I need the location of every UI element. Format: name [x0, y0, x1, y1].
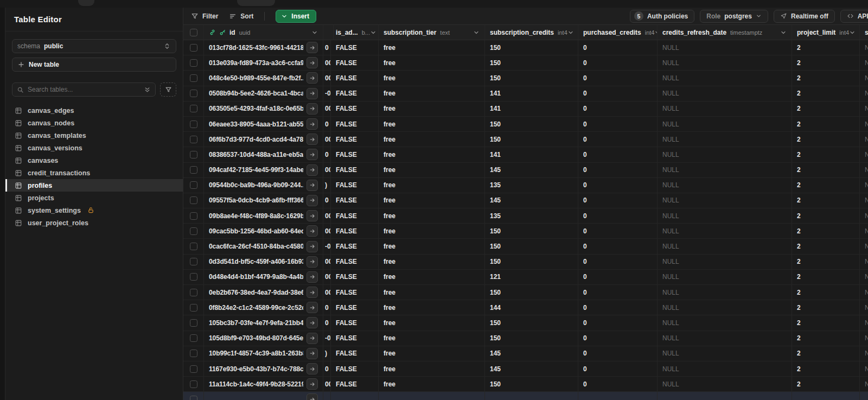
cell-limit[interactable]: 2 — [792, 377, 860, 391]
cell-purchased[interactable]: 0 — [578, 361, 658, 376]
cell-id[interactable]: 0508b94b-5ee2-4626-bca1-4bca... — [204, 86, 323, 101]
expand-row-button[interactable] — [307, 271, 318, 283]
cell-id[interactable]: 013cf78d-1625-43fc-9961-442189... — [204, 40, 323, 55]
sidebar-item-user_project_roles[interactable]: user_project_roles — [5, 217, 183, 229]
cell-sub_credits[interactable]: 145 — [485, 361, 578, 376]
cell-is_admin[interactable]: FALSE — [331, 55, 379, 70]
cell-is_admin[interactable]: FALSE — [331, 86, 379, 101]
cell-frag[interactable]: 00 — [323, 55, 331, 70]
cell-last[interactable]: NULL — [860, 193, 868, 208]
row-checkbox[interactable] — [190, 196, 197, 204]
cell-is_admin[interactable]: FALSE — [331, 315, 379, 330]
cell-purchased[interactable]: 0 — [578, 163, 658, 177]
cell-sub_credits[interactable]: 145 — [485, 163, 578, 177]
cell-tier[interactable]: free — [379, 71, 485, 85]
row-checkbox[interactable] — [190, 273, 197, 281]
cell-tier[interactable]: free — [379, 86, 485, 101]
cell-frag[interactable]: 0 — [323, 315, 331, 330]
cell-refresh[interactable]: NULL — [658, 117, 792, 131]
expand-row-button[interactable] — [307, 210, 318, 221]
cell-tier[interactable]: free — [379, 239, 485, 253]
row-checkbox[interactable] — [190, 44, 197, 52]
sidebar-item-system_settings[interactable]: system_settings — [5, 204, 183, 217]
cell-id[interactable]: 09b8ae4e-f48c-4f89-8a8c-1629b... — [204, 208, 323, 223]
row-checkbox[interactable] — [190, 258, 197, 265]
cell-sub_credits[interactable]: 150 — [485, 224, 578, 238]
cell-limit[interactable]: 2 — [792, 361, 860, 376]
sidebar-item-credit_transactions[interactable]: credit_transactions — [5, 167, 183, 179]
cell-frag[interactable]: 00 — [323, 377, 331, 391]
cell-last[interactable]: NULL — [860, 300, 868, 315]
column-header-is_admin[interactable]: is_ad...b... — [331, 25, 379, 40]
cell-purchased[interactable]: 0 — [578, 331, 658, 346]
row-checkbox[interactable] — [190, 181, 197, 189]
cell-tier[interactable]: free — [379, 163, 485, 177]
cell-sub_credits[interactable]: 150 — [485, 255, 578, 269]
cell-tier[interactable]: free — [379, 193, 485, 208]
expand-row-button[interactable] — [307, 317, 318, 328]
cell-id[interactable]: 09544b0c-ba9b-496a-9b09-244... — [204, 178, 323, 193]
cell-refresh[interactable]: NULL — [658, 208, 792, 223]
expand-row-button[interactable] — [307, 333, 318, 344]
row-checkbox[interactable] — [190, 166, 197, 174]
cell-last[interactable] — [860, 392, 868, 400]
cell-id[interactable]: 0d48e4d4-b1bf-4479-9a8b-4a4b... — [204, 270, 323, 284]
row-checkbox[interactable] — [190, 380, 197, 388]
cell-sub_credits[interactable]: 150 — [485, 377, 578, 391]
cell-last[interactable]: NULL — [860, 239, 868, 253]
cell-tier[interactable]: free — [379, 300, 485, 315]
cell-id[interactable]: 09557f5a-0dcb-4cb9-a6fb-fff366... — [204, 193, 323, 208]
cell-sub_credits[interactable]: 121 — [485, 270, 578, 284]
cell-last[interactable]: NULL — [860, 163, 868, 177]
expand-row-button[interactable] — [307, 164, 318, 176]
cell-is_admin[interactable]: FALSE — [331, 147, 379, 162]
column-header-id[interactable]: iduuid — [204, 25, 323, 40]
cell-is_admin[interactable]: FALSE — [331, 270, 379, 284]
cell-sub_credits[interactable]: 150 — [485, 331, 578, 346]
cell-last[interactable]: NULL — [860, 377, 868, 391]
cell-limit[interactable]: 2 — [792, 270, 860, 284]
cell-id[interactable]: 10b99c1f-4857-4c39-a8b1-263b8... — [204, 346, 323, 361]
filter-tables-button[interactable] — [160, 82, 176, 97]
search-tables-input[interactable] — [28, 86, 140, 93]
cell-frag[interactable]: 00 — [323, 255, 331, 269]
cell-refresh[interactable]: NULL — [658, 300, 792, 315]
row-checkbox[interactable] — [190, 136, 197, 143]
filter-button[interactable]: Filter — [191, 12, 218, 20]
cell-last[interactable]: NULL — [860, 55, 868, 70]
row-checkbox[interactable] — [190, 227, 197, 235]
cell-limit[interactable]: 2 — [792, 224, 860, 238]
sidebar-item-canvas_edges[interactable]: canvas_edges — [5, 104, 183, 117]
cell-frag[interactable]: 0 — [323, 117, 331, 131]
cell-is_admin[interactable]: FALSE — [331, 346, 379, 361]
cell-sub_credits[interactable]: 150 — [485, 55, 578, 70]
expand-row-button[interactable] — [307, 42, 318, 53]
cell-sub_credits[interactable]: 145 — [485, 346, 578, 361]
cell-last[interactable]: NULL — [860, 346, 868, 361]
cell-id[interactable]: 08386537-10d4-488a-a11e-eb5a6... — [204, 147, 323, 162]
cell-id[interactable]: 11a114cb-1a4c-49f4-9b28-52219ec... — [204, 377, 323, 391]
row-checkbox[interactable] — [190, 304, 197, 312]
cell-tier[interactable]: free — [379, 55, 485, 70]
cell-frag[interactable]: -0 — [323, 331, 331, 346]
cell-purchased[interactable]: 0 — [578, 40, 658, 55]
cell-purchased[interactable]: 0 — [578, 178, 658, 193]
cell-sub_credits[interactable]: 150 — [485, 285, 578, 300]
cell-frag[interactable]: 00 — [323, 71, 331, 85]
cell-last[interactable]: NULL — [860, 178, 868, 193]
expand-row-button[interactable] — [307, 57, 318, 68]
expand-row-button[interactable] — [307, 287, 318, 298]
cell-frag[interactable]: ) — [323, 178, 331, 193]
cell-refresh[interactable]: NULL — [658, 132, 792, 147]
cell-last[interactable]: NULL — [860, 270, 868, 284]
cell-refresh[interactable]: NULL — [658, 285, 792, 300]
cell-purchased[interactable]: 0 — [578, 147, 658, 162]
cell-last[interactable]: NULL — [860, 71, 868, 85]
expand-row-button[interactable] — [307, 378, 318, 390]
row-checkbox[interactable] — [190, 59, 197, 67]
cell-limit[interactable]: 2 — [792, 71, 860, 85]
cell-sub_credits[interactable]: 150 — [485, 239, 578, 253]
cell-last[interactable]: NULL — [860, 208, 868, 223]
cell-is_admin[interactable]: FALSE — [331, 300, 379, 315]
cell-tier[interactable]: free — [379, 40, 485, 55]
